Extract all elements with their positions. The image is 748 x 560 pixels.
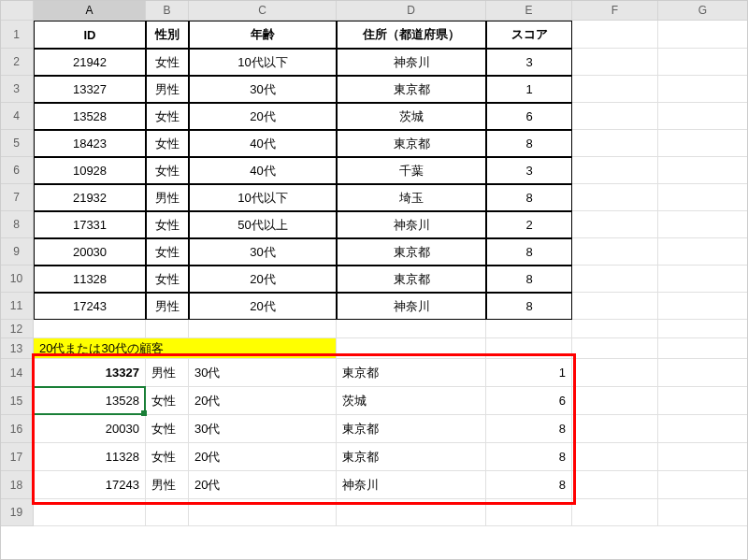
cell-G1[interactable] <box>658 21 748 49</box>
cell-E13[interactable] <box>486 338 572 359</box>
table-header-1[interactable]: 性別 <box>146 21 189 49</box>
cell-6-c[interactable]: 40代 <box>189 157 337 184</box>
row-header-8[interactable]: 8 <box>0 211 34 238</box>
row-header-7[interactable]: 7 <box>0 184 34 211</box>
cell-G13[interactable] <box>658 338 748 359</box>
row-header-13[interactable]: 13 <box>0 338 34 359</box>
cell-7-c[interactable]: 埼玉 <box>337 184 486 211</box>
cell-2-c[interactable]: 21942 <box>34 49 146 76</box>
cell-5-c[interactable]: 40代 <box>189 130 337 157</box>
row-header-15[interactable]: 15 <box>0 387 34 415</box>
row-header-16[interactable]: 16 <box>0 415 34 443</box>
col-header-F[interactable]: F <box>572 0 658 21</box>
cell-F9[interactable] <box>572 238 658 266</box>
cell-5-c[interactable]: 8 <box>486 130 572 157</box>
cell-11-c[interactable]: 男性 <box>146 293 189 320</box>
cell-5-c[interactable]: 18423 <box>34 130 146 157</box>
row-header-17[interactable]: 17 <box>0 443 34 471</box>
col-header-G[interactable]: G <box>658 0 748 21</box>
cell-F8[interactable] <box>572 211 658 238</box>
cell-6-c[interactable]: 女性 <box>146 157 189 184</box>
cell-10-c[interactable]: 女性 <box>146 266 189 293</box>
cell-9-c[interactable]: 30代 <box>189 238 337 266</box>
cell-D19[interactable] <box>337 499 486 526</box>
row-header-19[interactable]: 19 <box>0 499 34 526</box>
fcell-score-17[interactable]: 8 <box>486 443 572 471</box>
filter-title[interactable]: 20代または30代の顧客 <box>34 338 337 359</box>
fcell-pref-15[interactable]: 茨城 <box>337 387 486 415</box>
cell-4-c[interactable]: 茨城 <box>337 103 486 130</box>
cell-F18[interactable] <box>572 471 658 499</box>
cell-11-c[interactable]: 8 <box>486 293 572 320</box>
cell-7-c[interactable]: 8 <box>486 184 572 211</box>
row-header-12[interactable]: 12 <box>0 320 34 338</box>
cell-F15[interactable] <box>572 387 658 415</box>
table-header-4[interactable]: スコア <box>486 21 572 49</box>
cell-9-c[interactable]: 女性 <box>146 238 189 266</box>
cell-8-c[interactable]: 2 <box>486 211 572 238</box>
fcell-pref-14[interactable]: 東京都 <box>337 359 486 387</box>
cell-F14[interactable] <box>572 359 658 387</box>
row-header-4[interactable]: 4 <box>0 103 34 130</box>
cell-7-c[interactable]: 21932 <box>34 184 146 211</box>
cell-10-c[interactable]: 8 <box>486 266 572 293</box>
fcell-sex-14[interactable]: 男性 <box>146 359 189 387</box>
cell-7-c[interactable]: 男性 <box>146 184 189 211</box>
cell-G12[interactable] <box>658 320 748 338</box>
cell-G4[interactable] <box>658 103 748 130</box>
cell-3-c[interactable]: 1 <box>486 76 572 103</box>
cell-F12[interactable] <box>572 320 658 338</box>
cell-9-c[interactable]: 東京都 <box>337 238 486 266</box>
fcell-score-16[interactable]: 8 <box>486 415 572 443</box>
row-header-5[interactable]: 5 <box>0 130 34 157</box>
cell-E12[interactable] <box>486 320 572 338</box>
cell-F17[interactable] <box>572 443 658 471</box>
cell-2-c[interactable]: 10代以下 <box>189 49 337 76</box>
cell-4-c[interactable]: 20代 <box>189 103 337 130</box>
cell-11-c[interactable]: 20代 <box>189 293 337 320</box>
cell-G3[interactable] <box>658 76 748 103</box>
fcell-age-14[interactable]: 30代 <box>189 359 337 387</box>
cell-6-c[interactable]: 3 <box>486 157 572 184</box>
cell-8-c[interactable]: 女性 <box>146 211 189 238</box>
cell-G7[interactable] <box>658 184 748 211</box>
cell-2-c[interactable]: 女性 <box>146 49 189 76</box>
row-header-1[interactable]: 1 <box>0 21 34 49</box>
cell-G10[interactable] <box>658 266 748 293</box>
row-header-11[interactable]: 11 <box>0 293 34 320</box>
cell-G6[interactable] <box>658 157 748 184</box>
cell-10-c[interactable]: 20代 <box>189 266 337 293</box>
cell-9-c[interactable]: 8 <box>486 238 572 266</box>
fcell-id-18[interactable]: 17243 <box>34 471 146 499</box>
fcell-sex-17[interactable]: 女性 <box>146 443 189 471</box>
col-header-B[interactable]: B <box>146 0 189 21</box>
cell-11-c[interactable]: 17243 <box>34 293 146 320</box>
cell-8-c[interactable]: 50代以上 <box>189 211 337 238</box>
fcell-age-16[interactable]: 30代 <box>189 415 337 443</box>
row-header-10[interactable]: 10 <box>0 266 34 293</box>
cell-F13[interactable] <box>572 338 658 359</box>
fcell-age-18[interactable]: 20代 <box>189 471 337 499</box>
cell-3-c[interactable]: 東京都 <box>337 76 486 103</box>
fcell-age-15[interactable]: 20代 <box>189 387 337 415</box>
col-header-A[interactable]: A <box>34 0 146 21</box>
row-header-3[interactable]: 3 <box>0 76 34 103</box>
cell-4-c[interactable]: 13528 <box>34 103 146 130</box>
cell-3-c[interactable]: 13327 <box>34 76 146 103</box>
col-header-E[interactable]: E <box>486 0 572 21</box>
cell-2-c[interactable]: 3 <box>486 49 572 76</box>
cell-6-c[interactable]: 10928 <box>34 157 146 184</box>
row-header-9[interactable]: 9 <box>0 238 34 266</box>
cell-F10[interactable] <box>572 266 658 293</box>
cell-E19[interactable] <box>486 499 572 526</box>
cell-7-c[interactable]: 10代以下 <box>189 184 337 211</box>
cell-D13[interactable] <box>337 338 486 359</box>
col-header-D[interactable]: D <box>337 0 486 21</box>
cell-G2[interactable] <box>658 49 748 76</box>
cell-10-c[interactable]: 東京都 <box>337 266 486 293</box>
cell-F16[interactable] <box>572 415 658 443</box>
table-header-0[interactable]: ID <box>34 21 146 49</box>
cell-A19[interactable] <box>34 499 146 526</box>
row-header-6[interactable]: 6 <box>0 157 34 184</box>
cell-5-c[interactable]: 女性 <box>146 130 189 157</box>
